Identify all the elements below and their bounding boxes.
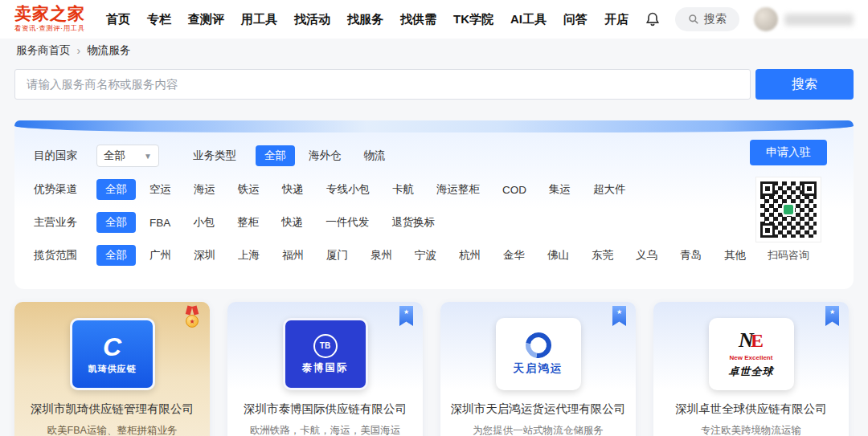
tianqi-logo: 天启鸿运 [496,318,581,390]
topnav-right: 搜索 [645,7,854,31]
filter-chip[interactable]: 金华 [494,245,534,266]
filter-chip[interactable]: 小包 [184,212,223,233]
panel-side: 申请入驻 扫码咨询 [741,140,836,263]
provider-card[interactable]: ★ 天启鸿运 深圳市天启鸿运货运代理有限公司 为您提供一站式物流仓储服务 [440,302,636,436]
top-navigation: 卖家之家 看资讯·查测评·用工具 首页专栏查测评用工具找活动找服务找供需TK学院… [0,0,868,39]
nav-item[interactable]: AI工具 [510,12,547,27]
filter-chip[interactable]: 整柜 [228,212,268,233]
filter-chip[interactable]: 全部 [96,245,136,266]
nav-item[interactable]: 找供需 [400,12,436,27]
filter-chip[interactable]: 集运 [540,179,579,200]
main-business-filter-label: 主营业务 [34,215,84,230]
country-select-value: 全部 [104,149,125,163]
wechat-icon [782,203,795,216]
provider-name[interactable]: 深圳卓世全球供应链有限公司 [667,401,835,417]
channel-chips: 全部空运海运铁运快递专线小包卡航海运整柜COD集运超大件 [96,179,635,200]
topnav-search-label: 搜索 [704,12,727,26]
provider-search-bar: 搜索 [0,63,868,100]
nav-item[interactable]: 专栏 [147,12,171,27]
nav-item[interactable]: 找服务 [347,12,383,27]
provider-card[interactable]: ★ NE New Excellent 卓世全球 深圳卓世全球供应链有限公司 专注… [653,302,849,436]
provider-desc: 欧美FBA运输、整柜拼箱业务 [47,424,178,436]
business-type-filter-label: 业务类型 [193,149,243,163]
filter-chip[interactable]: 青岛 [671,245,710,266]
chevron-down-icon: ▼ [144,152,152,161]
nav-item[interactable]: 用工具 [241,12,277,27]
gold-medal-icon: ★ [184,306,200,328]
nav-item[interactable]: 找活动 [294,12,330,27]
search-button[interactable]: 搜索 [755,69,854,100]
filter-chip[interactable]: 全部 [256,145,295,166]
zhuoshi-logo-text: 卓世全球 [729,365,774,379]
filter-chip[interactable]: FBA [141,214,179,232]
nav-item[interactable]: 开店 [604,12,628,27]
filter-chip[interactable]: COD [493,181,535,199]
taibo-logo: TB 泰博国际 [283,318,368,390]
filter-row-channel: 优势渠道 全部空运海运铁运快递专线小包卡航海运整柜COD集运超大件 [34,179,834,200]
notification-bell-icon[interactable] [645,11,661,27]
breadcrumb-home[interactable]: 服务商首页 [16,43,71,58]
filter-chip[interactable]: 海运整柜 [428,179,489,200]
provider-search-input[interactable] [14,69,751,100]
nav-item[interactable]: 问答 [563,12,588,27]
filter-chip[interactable]: 泉州 [362,245,401,266]
filter-chip[interactable]: 义乌 [627,245,666,266]
filter-chip[interactable]: 空运 [141,179,180,200]
filter-chip[interactable]: 东莞 [583,245,622,266]
filter-chip[interactable]: 佛山 [538,245,578,266]
tianqi-logo-text: 天启鸿运 [514,361,563,376]
filter-chip[interactable]: 海运 [185,179,224,200]
filter-chip[interactable]: 一件代发 [317,212,378,233]
provider-name[interactable]: 深圳市凯琦供应链管理有限公司 [23,401,202,417]
site-logo[interactable]: 卖家之家 看资讯·查测评·用工具 [14,5,85,33]
filter-chip[interactable]: 快递 [273,179,313,200]
filter-chip[interactable]: 上海 [229,245,268,266]
country-select[interactable]: 全部 ▼ [96,145,159,167]
filter-chip[interactable]: 杭州 [450,245,489,266]
kaiqi-logo: C 凯琦供应链 [70,318,155,390]
search-icon [688,14,699,25]
provider-desc: 欧洲铁路，卡航，海运，美国海运 [250,424,401,436]
username-redacted [784,14,854,26]
nav-item[interactable]: TK学院 [453,12,493,27]
filter-chip[interactable]: 快递 [272,212,312,233]
pickup-range-filter-label: 揽货范围 [34,248,84,263]
user-menu[interactable] [754,7,854,31]
nav-item[interactable]: 查测评 [188,12,224,27]
filter-chip[interactable]: 深圳 [185,245,224,266]
filter-chip[interactable]: 物流 [355,145,395,166]
filter-chip[interactable]: 铁运 [229,179,268,200]
topnav-search[interactable]: 搜索 [675,7,739,31]
filter-chip[interactable]: 广州 [141,245,180,266]
filter-row-pickup-range: 揽货范围 全部广州深圳上海福州厦门泉州宁波杭州金华佛山东莞义乌青岛其他 [34,245,834,266]
filter-chip[interactable]: 超大件 [584,179,635,200]
provider-card[interactable]: ★ C 凯琦供应链 深圳市凯琦供应链管理有限公司 欧美FBA运输、整柜拼箱业务 [14,302,210,436]
certified-badge-icon: ★ [612,306,626,326]
filter-chip[interactable]: 退货换标 [383,212,444,233]
qr-code [755,177,821,242]
nav-item[interactable]: 首页 [106,12,130,27]
filter-chip[interactable]: 专线小包 [317,179,379,200]
filter-chip[interactable]: 厦门 [317,245,357,266]
kaiqi-logo-text: 凯琦供应链 [88,363,137,375]
filter-chip[interactable]: 全部 [96,179,136,200]
country-filter-label: 目的国家 [34,149,84,163]
breadcrumb: 服务商首页 › 物流服务 [0,39,868,63]
provider-name[interactable]: 深圳市天启鸿运货运代理有限公司 [443,401,634,417]
filter-chip[interactable]: 海外仓 [300,145,350,166]
filter-chip[interactable]: 卡航 [383,179,423,200]
provider-desc: 专注欧美跨境物流运输 [701,424,801,436]
certified-badge-icon: ★ [825,306,839,326]
filter-chip[interactable]: 福州 [273,245,313,266]
zhuoshi-logo-icon: NE [739,330,764,351]
taibo-logo-icon: TB [313,334,338,358]
filter-chip[interactable]: 宁波 [406,245,445,266]
zhuoshi-logo-subtext: New Excellent [730,354,773,361]
main-nav: 首页专栏查测评用工具找活动找服务找供需TK学院AI工具问答开店 [106,12,628,27]
filter-row-main-business: 主营业务 全部FBA小包整柜快递一件代发退货换标 [34,212,834,233]
kaiqi-logo-icon: C [103,334,121,360]
provider-name[interactable]: 深圳市泰博国际供应链有限公司 [235,401,415,417]
apply-join-button[interactable]: 申请入驻 [750,140,827,165]
provider-card[interactable]: ★ TB 泰博国际 深圳市泰博国际供应链有限公司 欧洲铁路，卡航，海运，美国海运 [227,302,423,436]
filter-chip[interactable]: 全部 [96,212,136,233]
